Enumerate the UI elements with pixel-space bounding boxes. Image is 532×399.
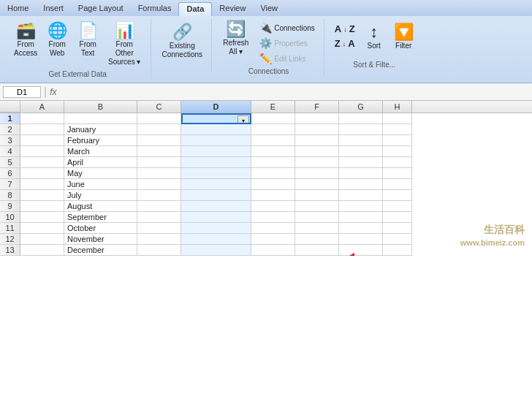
cell-h12[interactable]	[383, 234, 412, 245]
cell-f10[interactable]	[295, 212, 339, 223]
cell-c4[interactable]	[137, 146, 181, 157]
cell-g6[interactable]	[339, 168, 383, 179]
cell-g3[interactable]	[339, 135, 383, 146]
existing-connections-button[interactable]: 🔗 ExistingConnections	[160, 22, 204, 61]
cell-c9[interactable]	[137, 201, 181, 212]
from-other-sources-button[interactable]: 📊 From OtherSources ▾	[104, 20, 145, 69]
tab-home[interactable]: Home	[0, 2, 36, 16]
cell-reference-input[interactable]	[3, 86, 41, 98]
sort-az-button[interactable]: A↓Z	[332, 22, 358, 36]
cell-h6[interactable]	[383, 168, 412, 179]
cell-b12[interactable]: November	[64, 234, 137, 245]
cell-c3[interactable]	[137, 135, 181, 146]
cell-h11[interactable]	[383, 223, 412, 234]
cell-a12[interactable]	[20, 234, 64, 245]
cell-e2[interactable]	[251, 124, 295, 135]
cell-h13[interactable]	[383, 245, 412, 256]
cell-b5[interactable]: April	[64, 157, 137, 168]
cell-d1[interactable]: ▾ January February March April May June	[181, 113, 251, 124]
cell-a13[interactable]	[20, 245, 64, 256]
cell-c8[interactable]	[137, 190, 181, 201]
tab-insert[interactable]: Insert	[36, 2, 71, 16]
cell-d3[interactable]	[181, 135, 251, 146]
cell-a7[interactable]	[20, 179, 64, 190]
cell-c11[interactable]	[137, 223, 181, 234]
cell-g11[interactable]	[339, 223, 383, 234]
cell-d5[interactable]	[181, 157, 251, 168]
cell-a2[interactable]	[20, 124, 64, 135]
sort-button[interactable]: ↕️ Sort	[361, 22, 387, 53]
cell-e5[interactable]	[251, 157, 295, 168]
sort-za-button[interactable]: Z↓A	[332, 37, 358, 50]
cell-f1[interactable]	[295, 113, 339, 124]
cell-f6[interactable]	[295, 168, 339, 179]
edit-links-button[interactable]: ✏️ Edit Links	[256, 51, 318, 66]
cell-b6[interactable]: May	[64, 168, 137, 179]
cell-d9[interactable]	[181, 201, 251, 212]
cell-a8[interactable]	[20, 190, 64, 201]
cell-b13[interactable]: December	[64, 245, 137, 256]
cell-g8[interactable]	[339, 190, 383, 201]
tab-formulas[interactable]: Formulas	[131, 2, 179, 16]
cell-b9[interactable]: August	[64, 201, 137, 212]
cell-f12[interactable]	[295, 234, 339, 245]
cell-g5[interactable]	[339, 157, 383, 168]
cell-f2[interactable]	[295, 124, 339, 135]
cell-f9[interactable]	[295, 201, 339, 212]
cell-h1[interactable]	[383, 113, 412, 124]
cell-f5[interactable]	[295, 157, 339, 168]
cell-h2[interactable]	[383, 124, 412, 135]
cell-a5[interactable]	[20, 157, 64, 168]
cell-g10[interactable]	[339, 212, 383, 223]
cell-h8[interactable]	[383, 190, 412, 201]
cell-g2[interactable]	[339, 124, 383, 135]
cell-d4[interactable]	[181, 146, 251, 157]
connections-button[interactable]: 🔌 Connections	[256, 20, 318, 35]
cell-b4[interactable]: March	[64, 146, 137, 157]
cell-d12[interactable]	[181, 234, 251, 245]
cell-a1[interactable]	[20, 113, 64, 124]
cell-f13[interactable]	[295, 245, 339, 256]
cell-h5[interactable]	[383, 157, 412, 168]
cell-b10[interactable]: September	[64, 212, 137, 223]
cell-g12[interactable]	[339, 234, 383, 245]
cell-a3[interactable]	[20, 135, 64, 146]
cell-b2[interactable]: January	[64, 124, 137, 135]
cell-h10[interactable]	[383, 212, 412, 223]
cell-c13[interactable]	[137, 245, 181, 256]
cell-e11[interactable]	[251, 223, 295, 234]
cell-g7[interactable]	[339, 179, 383, 190]
cell-g4[interactable]	[339, 146, 383, 157]
cell-c2[interactable]	[137, 124, 181, 135]
cell-f3[interactable]	[295, 135, 339, 146]
cell-b11[interactable]: October	[64, 223, 137, 234]
from-web-button[interactable]: 🌐 FromWeb	[42, 20, 72, 60]
cell-f8[interactable]	[295, 190, 339, 201]
cell-h3[interactable]	[383, 135, 412, 146]
properties-button[interactable]: ⚙️ Properties	[256, 36, 318, 50]
cell-e3[interactable]	[251, 135, 295, 146]
cell-a9[interactable]	[20, 201, 64, 212]
filter-button[interactable]: 🔽 Filter	[390, 22, 417, 53]
cell-e12[interactable]	[251, 234, 295, 245]
cell-e13[interactable]	[251, 245, 295, 256]
cell-d2[interactable]	[181, 124, 251, 135]
tab-review[interactable]: Review	[212, 2, 253, 16]
cell-c6[interactable]	[137, 168, 181, 179]
from-access-button[interactable]: 🗃️ FromAccess	[10, 20, 41, 60]
formula-input[interactable]	[60, 88, 530, 96]
cell-d13[interactable]	[181, 245, 251, 256]
from-text-button[interactable]: 📄 FromText	[73, 20, 102, 60]
cell-e10[interactable]	[251, 212, 295, 223]
cell-b1[interactable]	[64, 113, 137, 124]
cell-e1[interactable]	[251, 113, 295, 124]
tab-page-layout[interactable]: Page Layout	[71, 2, 131, 16]
cell-f11[interactable]	[295, 223, 339, 234]
cell-g9[interactable]	[339, 201, 383, 212]
cell-h4[interactable]	[383, 146, 412, 157]
cell-f4[interactable]	[295, 146, 339, 157]
cell-e4[interactable]	[251, 146, 295, 157]
cell-c12[interactable]	[137, 234, 181, 245]
cell-h7[interactable]	[383, 179, 412, 190]
cell-e7[interactable]	[251, 179, 295, 190]
